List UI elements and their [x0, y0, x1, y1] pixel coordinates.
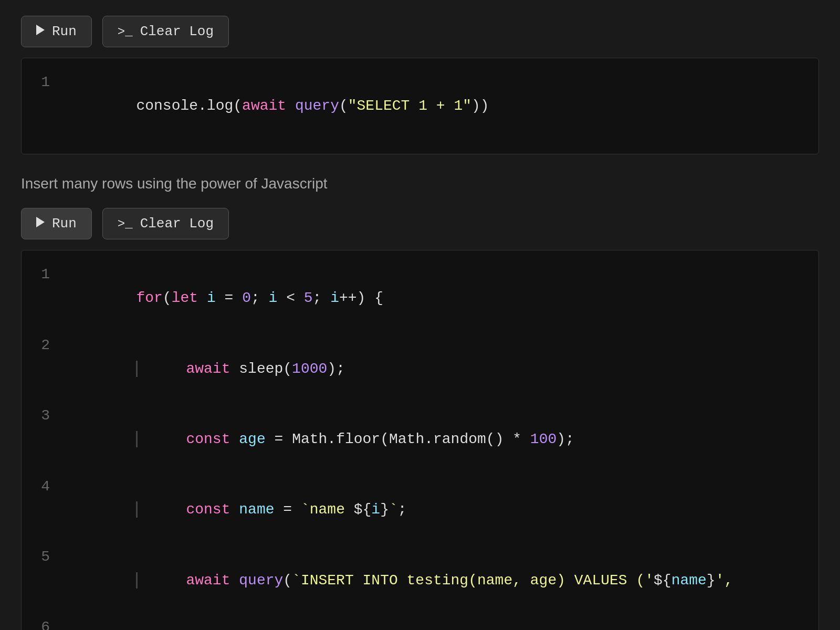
cc-2-4: const name = `name ${i}`; [66, 475, 407, 545]
code-line-2-4: 4 const name = `name ${i}`; [37, 475, 803, 545]
ln-2-4: 4 [37, 475, 50, 545]
clear-label-1: Clear Log [140, 24, 214, 39]
clear-icon-1: >_ [118, 25, 133, 39]
cc-2-2: await sleep(1000); [66, 334, 345, 404]
toolbar-1: Run >_ Clear Log [21, 16, 819, 47]
run-icon-2 [36, 216, 47, 232]
code-editor-2[interactable]: 1 for(let i = 0; i < 5; i++) { 2 await s… [21, 250, 819, 630]
run-button-2[interactable]: Run [21, 208, 92, 239]
cc-2-1: for(let i = 0; i < 5; i++) { [66, 263, 383, 333]
code-editor-1[interactable]: 1 console.log(await query("SELECT 1 + 1"… [21, 58, 819, 154]
run-label-1: Run [52, 24, 77, 39]
run-icon-1 [36, 24, 47, 39]
section-2: Run >_ Clear Log 1 for(let i = 0; i < 5;… [21, 208, 819, 630]
ln-2-2: 2 [37, 334, 50, 404]
section-description: Insert many rows using the power of Java… [21, 175, 819, 192]
code-line-1: 1 console.log(await query("SELECT 1 + 1"… [37, 71, 803, 141]
code-line-2-6: 6 console.log("Inserting", name, age); [37, 616, 803, 630]
code-line-2-2: 2 await sleep(1000); [37, 334, 803, 404]
code-content-1: console.log(await query("SELECT 1 + 1")) [66, 71, 489, 141]
clear-label-2: Clear Log [140, 216, 214, 232]
clear-log-button-2[interactable]: >_ Clear Log [102, 208, 229, 239]
ln-2-6: 6 [37, 616, 50, 630]
code-line-2-3: 3 const age = Math.floor(Math.random() *… [37, 404, 803, 475]
clear-log-button-1[interactable]: >_ Clear Log [102, 16, 229, 47]
ln-2-1: 1 [37, 263, 50, 333]
code-line-2-5: 5 await query(`INSERT INTO testing(name,… [37, 545, 803, 616]
toolbar-2: Run >_ Clear Log [21, 208, 819, 239]
run-button-1[interactable]: Run [21, 16, 92, 47]
ln-2-3: 3 [37, 404, 50, 475]
cc-2-6: console.log("Inserting", name, age); [66, 616, 503, 630]
section-1: Run >_ Clear Log 1 console.log(await que… [21, 16, 819, 154]
cc-2-5: await query(`INSERT INTO testing(name, a… [66, 545, 733, 616]
line-num-1: 1 [37, 71, 50, 141]
clear-icon-2: >_ [118, 217, 133, 231]
ln-2-5: 5 [37, 545, 50, 616]
code-line-2-1: 1 for(let i = 0; i < 5; i++) { [37, 263, 803, 333]
run-label-2: Run [52, 216, 77, 232]
cc-2-3: const age = Math.floor(Math.random() * 1… [66, 404, 574, 475]
